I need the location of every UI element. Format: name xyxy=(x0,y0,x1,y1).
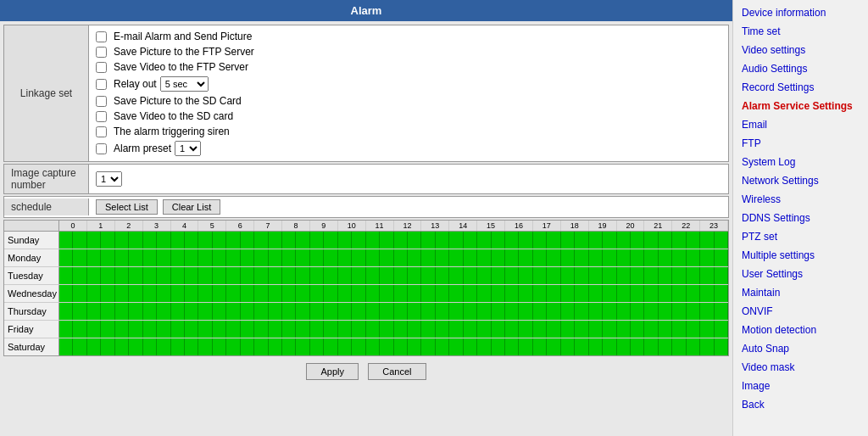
time-block[interactable] xyxy=(477,321,491,338)
time-block[interactable] xyxy=(352,321,365,338)
sidebar-ddns-settings[interactable]: DDNS Settings xyxy=(733,209,868,227)
time-block[interactable] xyxy=(324,338,337,355)
time-block[interactable] xyxy=(366,338,380,355)
time-block[interactable] xyxy=(519,303,532,320)
time-block[interactable] xyxy=(241,249,254,266)
time-block[interactable] xyxy=(352,338,365,355)
time-block[interactable] xyxy=(143,321,157,338)
time-block[interactable] xyxy=(198,232,212,249)
time-block[interactable] xyxy=(198,267,212,284)
time-block[interactable] xyxy=(269,303,282,320)
time-block[interactable] xyxy=(533,249,547,266)
time-block[interactable] xyxy=(631,303,644,320)
time-block[interactable] xyxy=(672,321,686,338)
time-block[interactable] xyxy=(171,321,185,338)
preset-select[interactable]: 1 2 3 4 xyxy=(175,141,201,156)
time-block[interactable] xyxy=(547,321,560,338)
checkbox-sd-vid[interactable] xyxy=(96,111,107,122)
time-block[interactable] xyxy=(533,232,547,249)
time-block[interactable] xyxy=(408,321,421,338)
time-block[interactable] xyxy=(561,267,575,284)
time-block[interactable] xyxy=(644,232,658,249)
time-block[interactable] xyxy=(254,285,268,302)
time-block[interactable] xyxy=(282,321,296,338)
time-block[interactable] xyxy=(115,303,129,320)
time-block[interactable] xyxy=(672,285,686,302)
time-block[interactable] xyxy=(533,267,547,284)
time-block[interactable] xyxy=(101,249,114,266)
time-block[interactable] xyxy=(198,303,212,320)
time-block[interactable] xyxy=(547,303,560,320)
time-block[interactable] xyxy=(171,267,185,284)
time-block[interactable] xyxy=(408,249,421,266)
time-block[interactable] xyxy=(715,303,728,320)
time-block[interactable] xyxy=(687,321,700,338)
time-block[interactable] xyxy=(394,232,408,249)
time-block[interactable] xyxy=(282,267,296,284)
time-block[interactable] xyxy=(700,321,714,338)
time-block[interactable] xyxy=(171,303,185,320)
time-block[interactable] xyxy=(449,267,463,284)
time-block[interactable] xyxy=(185,321,198,338)
time-block[interactable] xyxy=(589,303,603,320)
time-block[interactable] xyxy=(617,303,631,320)
time-block[interactable] xyxy=(477,303,491,320)
time-block[interactable] xyxy=(464,303,477,320)
time-block[interactable] xyxy=(269,232,282,249)
time-block[interactable] xyxy=(296,321,309,338)
time-block[interactable] xyxy=(352,285,365,302)
time-block[interactable] xyxy=(603,338,616,355)
time-block[interactable] xyxy=(213,267,226,284)
time-block[interactable] xyxy=(129,303,142,320)
time-block[interactable] xyxy=(575,338,588,355)
time-block[interactable] xyxy=(115,232,129,249)
time-block[interactable] xyxy=(115,267,129,284)
time-block[interactable] xyxy=(143,303,157,320)
time-block[interactable] xyxy=(213,285,226,302)
time-block[interactable] xyxy=(492,285,505,302)
time-block[interactable] xyxy=(408,338,421,355)
time-block[interactable] xyxy=(380,267,393,284)
time-block[interactable] xyxy=(171,249,185,266)
sidebar-video-settings[interactable]: Video settings xyxy=(733,41,868,59)
time-block[interactable] xyxy=(631,285,644,302)
time-block[interactable] xyxy=(631,338,644,355)
time-block[interactable] xyxy=(352,249,365,266)
time-block[interactable] xyxy=(338,321,352,338)
checkbox-ftp-vid[interactable] xyxy=(96,62,107,73)
time-block[interactable] xyxy=(129,267,142,284)
time-block[interactable] xyxy=(101,285,114,302)
time-block[interactable] xyxy=(603,267,616,284)
checkbox-email[interactable] xyxy=(96,31,107,42)
time-block[interactable] xyxy=(310,321,324,338)
time-block[interactable] xyxy=(73,285,86,302)
time-block[interactable] xyxy=(575,321,588,338)
time-block[interactable] xyxy=(617,285,631,302)
time-block[interactable] xyxy=(561,338,575,355)
time-block[interactable] xyxy=(115,285,129,302)
time-block[interactable] xyxy=(366,267,380,284)
time-block[interactable] xyxy=(505,303,519,320)
friday-blocks[interactable] xyxy=(59,321,728,338)
time-block[interactable] xyxy=(505,285,519,302)
time-block[interactable] xyxy=(421,338,435,355)
time-block[interactable] xyxy=(129,285,142,302)
time-block[interactable] xyxy=(700,303,714,320)
time-block[interactable] xyxy=(241,285,254,302)
time-block[interactable] xyxy=(687,267,700,284)
time-block[interactable] xyxy=(213,338,226,355)
time-block[interactable] xyxy=(324,249,337,266)
time-block[interactable] xyxy=(380,249,393,266)
time-block[interactable] xyxy=(631,267,644,284)
time-block[interactable] xyxy=(296,303,309,320)
time-block[interactable] xyxy=(603,232,616,249)
time-block[interactable] xyxy=(269,338,282,355)
time-block[interactable] xyxy=(505,249,519,266)
time-block[interactable] xyxy=(115,321,129,338)
time-block[interactable] xyxy=(477,267,491,284)
time-block[interactable] xyxy=(59,338,73,355)
time-block[interactable] xyxy=(603,303,616,320)
time-block[interactable] xyxy=(533,338,547,355)
time-block[interactable] xyxy=(589,232,603,249)
checkbox-siren[interactable] xyxy=(96,126,107,137)
